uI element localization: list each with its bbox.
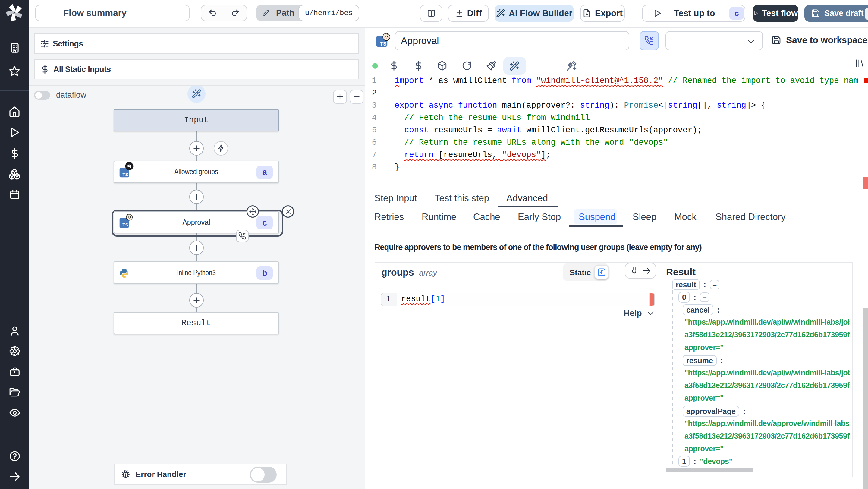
svg-text:TS: TS: [122, 222, 128, 227]
svg-text:TS: TS: [122, 172, 128, 177]
svg-text:TS: TS: [380, 41, 386, 47]
